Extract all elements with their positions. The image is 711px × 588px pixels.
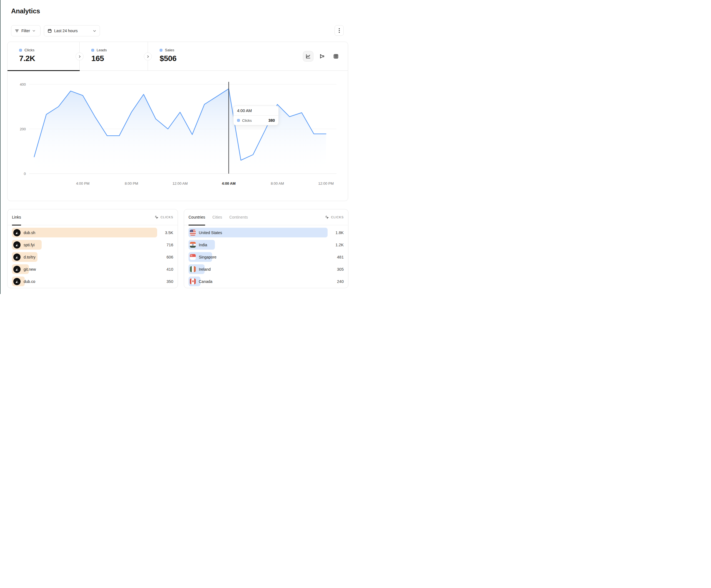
chevron-down-icon [32, 29, 36, 32]
countries-list: United States1.8K India1.2K Singapore481… [184, 225, 348, 286]
row-label: Singapore [199, 255, 217, 259]
svg-text:0: 0 [24, 172, 26, 176]
leads-value: 165 [91, 54, 148, 63]
tab-clicks[interactable]: Clicks 7.2K [7, 42, 80, 71]
chart-view-switcher [303, 51, 341, 62]
row-value: 481 [337, 252, 344, 262]
svg-text:200: 200 [20, 127, 26, 131]
link-row-spti-fyi[interactable]: spti.fyi716 [12, 240, 173, 250]
row-label: d.to/try [24, 255, 36, 259]
row-label: Ireland [199, 267, 211, 272]
table-grid-icon [333, 53, 339, 59]
countries-panel: CountriesCitiesContinents CLICKS United … [184, 209, 348, 288]
geo-metric-header[interactable]: CLICKS [325, 215, 344, 219]
date-range-button[interactable]: Last 24 hours [44, 25, 100, 36]
link-row-dub-sh[interactable]: dub.sh3.5K [12, 228, 173, 238]
chevron-right-icon [146, 55, 150, 58]
sales-tab-label: Sales [165, 48, 174, 52]
tooltip-time: 4:00 AM [234, 106, 278, 116]
country-row-canada[interactable]: Canada240 [189, 276, 344, 286]
clicks-legend-swatch [19, 49, 22, 51]
links-tab-label: Links [12, 215, 21, 219]
cursor-click-icon [155, 215, 159, 219]
svg-text:4:00 AM: 4:00 AM [222, 181, 235, 185]
link-row-dub-co[interactable]: dub.co350 [12, 276, 173, 286]
sg-flag-icon [190, 254, 196, 260]
chevron-down-icon [93, 29, 96, 33]
tab-links[interactable]: Links [12, 209, 21, 225]
tab-leads[interactable]: Leads 165 [80, 42, 148, 71]
table-view-button[interactable] [331, 51, 341, 62]
links-list: dub.sh3.5K spti.fyi716 d.to/try606 git.n… [7, 225, 178, 286]
row-value: 410 [167, 264, 173, 274]
svg-text:400: 400 [20, 82, 26, 87]
dub-logo-icon [13, 241, 21, 249]
tooltip-legend-swatch [237, 119, 240, 122]
page-title: Analytics [11, 7, 40, 15]
dub-logo-icon [13, 229, 21, 236]
dub-logo-icon [13, 278, 21, 285]
filter-button[interactable]: Filter [11, 25, 41, 36]
row-value: 606 [167, 252, 173, 262]
chart-canvas: 4002000 4:00 PM8:00 PM12:00 AM4:00 AM8:0… [7, 71, 348, 193]
ie-flag-icon [190, 266, 196, 272]
chevron-right-icon [78, 55, 81, 58]
link-row-git-new[interactable]: git.new410 [12, 264, 173, 274]
svg-text:4:00 PM: 4:00 PM [76, 181, 89, 185]
row-label: git.new [24, 267, 36, 272]
ca-flag-icon [190, 278, 196, 284]
row-value: 240 [337, 276, 344, 286]
row-label: spti.fyi [24, 243, 35, 247]
dub-logo-icon [13, 253, 21, 261]
analytics-card: Clicks 7.2K Leads 165 Sales $506 [7, 42, 348, 201]
in-flag-icon [190, 242, 196, 248]
links-metric-header[interactable]: CLICKS [155, 215, 173, 219]
calendar-icon [47, 28, 52, 33]
leads-legend-swatch [91, 49, 94, 51]
row-value: 716 [167, 240, 173, 250]
tab-continents[interactable]: Continents [229, 209, 248, 225]
dub-logo-icon [13, 266, 21, 273]
expand-leads-chevron-button[interactable] [144, 52, 152, 61]
link-row-d-to-try[interactable]: d.to/try606 [12, 252, 173, 262]
links-metric-label: CLICKS [160, 216, 173, 219]
country-row-singapore[interactable]: Singapore481 [189, 252, 344, 262]
expand-clicks-chevron-button[interactable] [76, 52, 84, 61]
leads-tab-label: Leads [96, 48, 107, 52]
clicks-tab-label: Clicks [24, 48, 35, 52]
links-panel: Links CLICKS dub.sh3.5K spti.fyi716 d.to… [7, 209, 178, 288]
chart-tooltip: 4:00 AM Clicks 380 [233, 106, 279, 126]
row-label: United States [199, 230, 222, 235]
filter-button-label: Filter [21, 28, 30, 33]
row-value: 350 [167, 276, 173, 286]
screen-edge-line [0, 0, 1, 294]
row-value: 1.2K [336, 240, 344, 250]
country-row-united-states[interactable]: United States1.8K [189, 228, 344, 238]
row-label: Canada [199, 279, 212, 284]
tab-countries[interactable]: Countries [189, 209, 205, 225]
row-value: 305 [337, 264, 344, 274]
line-chart-view-button[interactable] [303, 51, 314, 62]
tooltip-value: 380 [268, 118, 275, 122]
svg-text:12:00 AM: 12:00 AM [172, 181, 188, 185]
filter-lines-icon [15, 28, 19, 33]
cursor-click-icon [325, 215, 329, 219]
sales-value: $506 [159, 54, 216, 63]
row-value: 3.5K [165, 228, 173, 238]
clicks-area-chart[interactable]: 4002000 4:00 PM8:00 PM12:00 AM4:00 AM8:0… [7, 71, 348, 193]
funnel-view-button[interactable] [317, 51, 327, 62]
more-options-button[interactable] [335, 25, 344, 36]
row-label: dub.sh [24, 230, 35, 235]
tab-cities[interactable]: Cities [212, 209, 222, 225]
line-chart-icon [305, 53, 311, 59]
tooltip-series-label: Clicks [242, 118, 252, 122]
country-row-ireland[interactable]: Ireland305 [189, 264, 344, 274]
tab-sales[interactable]: Sales $506 [148, 42, 216, 71]
kebab-menu-icon [339, 28, 340, 33]
row-value: 1.8K [336, 228, 344, 238]
stats-tabs-row: Clicks 7.2K Leads 165 Sales $506 [7, 42, 348, 71]
country-row-india[interactable]: India1.2K [189, 240, 344, 250]
row-label: dub.co [24, 279, 35, 284]
svg-text:8:00 PM: 8:00 PM [125, 181, 138, 185]
sales-legend-swatch [159, 49, 163, 51]
